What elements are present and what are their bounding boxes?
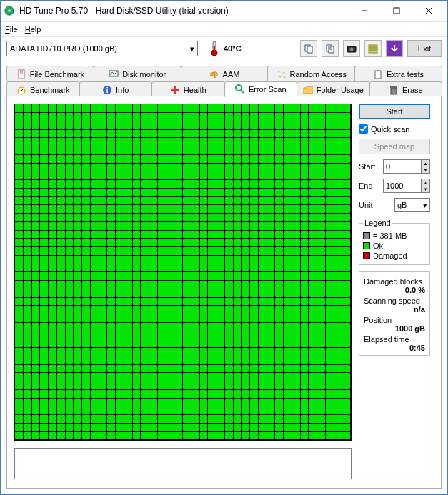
toolbar: ADATA HD710 PRO (1000 gB) ▾ 40°C Exit: [1, 36, 447, 62]
end-label: End: [359, 181, 380, 190]
info-icon: i: [102, 85, 112, 95]
svg-rect-3: [394, 8, 399, 14]
svg-line-38: [241, 90, 244, 93]
monitor-icon: [109, 69, 119, 79]
clipboard-icon: [373, 69, 383, 79]
start-input[interactable]: [384, 160, 421, 173]
tab-health[interactable]: Health: [151, 81, 225, 97]
start-label: Start: [359, 162, 380, 171]
tab-benchmark[interactable]: Benchmark: [6, 81, 80, 97]
tab-error-scan[interactable]: Error Scan: [224, 81, 298, 97]
svg-rect-29: [375, 71, 381, 79]
exit-button[interactable]: Exit: [407, 40, 442, 57]
document-icon: [16, 69, 26, 79]
svg-rect-40: [390, 86, 397, 88]
svg-point-16: [350, 48, 354, 51]
svg-rect-39: [391, 88, 397, 94]
elapsed-time-label: Elapsed time: [364, 335, 425, 344]
copy-info-button[interactable]: [300, 40, 317, 57]
svg-point-26: [282, 71, 284, 74]
svg-rect-10: [307, 46, 312, 53]
unit-field: Unit gB▾: [359, 198, 430, 212]
unit-select[interactable]: gB▾: [394, 198, 430, 212]
app-icon: [4, 5, 15, 16]
svg-text:i: i: [106, 86, 109, 94]
tab-file-benchmark[interactable]: File Benchmark: [6, 66, 94, 81]
menu-file[interactable]: File: [5, 25, 18, 34]
spin-up-icon[interactable]: ▲: [422, 179, 429, 186]
title-bar: HD Tune Pro 5.70 - Hard Disk/SSD Utility…: [1, 1, 447, 22]
tab-disk-monitor[interactable]: Disk monitor: [94, 66, 181, 81]
scan-grid: [14, 104, 352, 441]
menu-help[interactable]: Help: [25, 25, 41, 34]
position-value: 1000 gB: [364, 324, 425, 333]
unit-label: Unit: [359, 201, 380, 209]
close-button[interactable]: [412, 1, 444, 21]
speed-map-button: Speed map: [359, 139, 430, 154]
chevron-down-icon: ▾: [423, 201, 427, 210]
window-buttons: [348, 1, 444, 21]
scan-log: [14, 448, 352, 479]
maximize-button[interactable]: [380, 1, 412, 21]
tab-extra-tests[interactable]: Extra tests: [354, 66, 442, 81]
tab-random-access[interactable]: Random Access: [267, 66, 355, 81]
minimize-button[interactable]: [348, 1, 380, 21]
tab-erase[interactable]: Erase: [369, 81, 443, 97]
scanning-speed-value: n/a: [364, 305, 425, 314]
svg-marker-24: [211, 71, 215, 78]
svg-rect-8: [214, 46, 215, 52]
svg-rect-20: [19, 70, 24, 79]
speaker-icon: [209, 69, 219, 79]
svg-point-25: [277, 70, 279, 72]
start-spinner[interactable]: ▲▼: [383, 159, 430, 174]
svg-rect-30: [377, 70, 379, 71]
damaged-blocks-value: 0.0 %: [364, 286, 425, 294]
spin-down-icon[interactable]: ▼: [422, 186, 429, 192]
spin-up-icon[interactable]: ▲: [422, 160, 429, 166]
legend-box: Legend = 381 MB Ok Damaged: [359, 219, 430, 265]
window-title: HD Tune Pro 5.70 - Hard Disk/SSD Utility…: [19, 6, 348, 16]
svg-rect-19: [369, 51, 377, 53]
svg-point-37: [236, 85, 242, 91]
screenshot-button[interactable]: [343, 40, 360, 57]
end-input[interactable]: [384, 179, 421, 192]
tab-folder-usage[interactable]: Folder Usage: [297, 81, 370, 97]
legend-title: Legend: [363, 219, 392, 227]
tab-info[interactable]: iInfo: [79, 81, 153, 97]
trash-icon: [389, 85, 399, 95]
health-icon: [170, 85, 180, 95]
temperature-block: 40°C: [209, 41, 242, 56]
chevron-down-icon: ▾: [190, 44, 194, 54]
tab-aam[interactable]: AAM: [181, 66, 269, 81]
temperature-value: 40°C: [224, 44, 242, 53]
random-icon: [277, 69, 287, 79]
position-label: Position: [364, 316, 425, 324]
svg-rect-36: [171, 89, 179, 91]
options-button[interactable]: [364, 40, 382, 57]
thermometer-icon: [209, 41, 219, 56]
svg-point-27: [279, 75, 281, 77]
menu-bar: File Help: [1, 22, 447, 36]
start-field: Start ▲▼: [359, 159, 430, 174]
quick-scan-checkbox[interactable]: Quick scan: [359, 124, 430, 134]
tab-row-bottom: Benchmark iInfo Health Error Scan Folder…: [6, 81, 442, 97]
stats-box: Damaged blocks 0.0 % Scanning speed n/a …: [359, 271, 430, 356]
spin-down-icon[interactable]: ▼: [422, 166, 429, 173]
tabs-area: File Benchmark Disk monitor AAM Random A…: [1, 61, 447, 97]
save-button[interactable]: [386, 40, 403, 57]
ok-swatch: [363, 242, 370, 249]
svg-point-28: [283, 76, 285, 78]
drive-select[interactable]: ADATA HD710 PRO (1000 gB) ▾: [6, 41, 198, 56]
end-spinner[interactable]: ▲▼: [383, 179, 430, 193]
svg-rect-17: [369, 45, 377, 47]
damaged-blocks-label: Damaged blocks: [364, 277, 425, 286]
copy-text-button[interactable]: [322, 40, 339, 57]
block-size-swatch: [363, 232, 370, 239]
gauge-icon: [16, 85, 26, 95]
search-icon: [235, 84, 245, 94]
side-panel: Start Quick scan Speed map Start ▲▼ End …: [359, 104, 430, 481]
svg-point-1: [8, 10, 11, 13]
scanning-speed-label: Scanning speed: [364, 296, 425, 305]
start-button[interactable]: Start: [359, 104, 430, 119]
damaged-swatch: [363, 252, 370, 259]
